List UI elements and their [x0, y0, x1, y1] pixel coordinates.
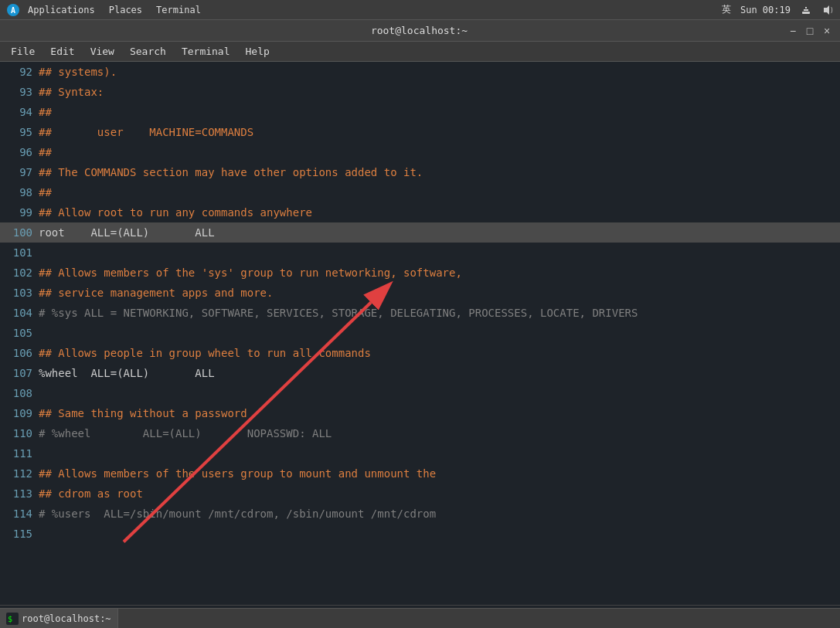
code-line-110: 110 # %wheel ALL=(ALL) NOPASSWD: ALL: [0, 423, 840, 443]
volume-icon: ): [821, 4, 834, 16]
code-line-100: 100 root ALL=(ALL) ALL: [0, 222, 840, 243]
system-bar-left: A Applications Places Terminal: [6, 3, 207, 17]
system-bar-right: 英 Sun 00:19 ): [722, 3, 834, 16]
applications-menu[interactable]: Applications: [22, 3, 101, 17]
code-line-107: 107 %wheel ALL=(ALL) ALL: [0, 363, 840, 383]
svg-text:): ): [830, 7, 834, 14]
svg-rect-4: [805, 7, 807, 8]
close-button[interactable]: ×: [820, 24, 834, 38]
language-indicator: 英: [722, 3, 731, 16]
code-line-108: 108: [0, 383, 840, 403]
svg-text:A: A: [11, 6, 15, 15]
places-menu[interactable]: Places: [103, 3, 148, 17]
svg-rect-3: [804, 9, 808, 11]
code-line-104: 104 # %sys ALL = NETWORKING, SOFTWARE, S…: [0, 303, 840, 323]
code-line-99: 99 ## Allow root to run any commands any…: [0, 202, 840, 222]
code-line-113: 113 ## cdrom as root: [0, 484, 840, 504]
code-line-96: 96 ##: [0, 142, 840, 162]
network-icon: [800, 4, 812, 16]
taskbar-terminal-label: root@localhost:~: [22, 613, 111, 624]
svg-marker-5: [824, 5, 829, 15]
arch-icon: A: [6, 3, 20, 17]
system-bar: A Applications Places Terminal 英 Sun 00:…: [0, 0, 840, 20]
terminal-window: root@localhost:~ − □ × File Edit View Se…: [0, 20, 840, 628]
taskbar: $ root@localhost:~: [0, 608, 840, 628]
maximize-button[interactable]: □: [803, 24, 817, 38]
menu-view[interactable]: View: [83, 44, 122, 59]
code-line-94: 94 ##: [0, 102, 840, 122]
window-title: root@localhost:~: [53, 25, 786, 36]
code-line-115: 115: [0, 524, 840, 544]
code-line-105: 105: [0, 323, 840, 343]
menu-bar: File Edit View Search Terminal Help: [0, 42, 840, 62]
code-line-98: 98 ##: [0, 182, 840, 202]
menu-file[interactable]: File: [3, 44, 43, 59]
code-area: 92 ## systems). 93 ## Syntax: 94 ## 95 #…: [0, 62, 840, 605]
code-line-114: 114 # %users ALL=/sbin/mount /mnt/cdrom,…: [0, 504, 840, 524]
menu-search[interactable]: Search: [122, 44, 174, 59]
terminal-menu[interactable]: Terminal: [150, 3, 207, 17]
menu-edit[interactable]: Edit: [43, 44, 82, 59]
code-line-112: 112 ## Allows members of the users group…: [0, 463, 840, 484]
terminal-taskbar-icon: $: [6, 613, 19, 625]
code-line-93: 93 ## Syntax:: [0, 82, 840, 102]
taskbar-terminal[interactable]: $ root@localhost:~: [0, 609, 118, 628]
menu-terminal[interactable]: Terminal: [174, 44, 238, 59]
code-line-95: 95 ## user MACHINE=COMMANDS: [0, 122, 840, 142]
menu-help[interactable]: Help: [238, 44, 277, 59]
code-line-111: 111: [0, 443, 840, 463]
svg-rect-2: [802, 12, 810, 14]
code-line-101: 101: [0, 243, 840, 263]
svg-text:$: $: [8, 615, 12, 623]
code-line-92: 92 ## systems).: [0, 62, 840, 82]
code-line-97: 97 ## The COMMANDS section may have othe…: [0, 162, 840, 182]
minimize-button[interactable]: −: [786, 24, 800, 38]
title-bar: root@localhost:~ − □ ×: [0, 20, 840, 42]
code-line-102: 102 ## Allows members of the 'sys' group…: [0, 263, 840, 283]
window-controls: − □ ×: [786, 24, 834, 38]
code-line-109: 109 ## Same thing without a password: [0, 403, 840, 423]
terminal-content[interactable]: 92 ## systems). 93 ## Syntax: 94 ## 95 #…: [0, 62, 840, 628]
clock: Sun 00:19: [740, 5, 791, 15]
code-line-103: 103 ## service management apps and more.: [0, 283, 840, 303]
code-line-106: 106 ## Allows people in group wheel to r…: [0, 343, 840, 363]
